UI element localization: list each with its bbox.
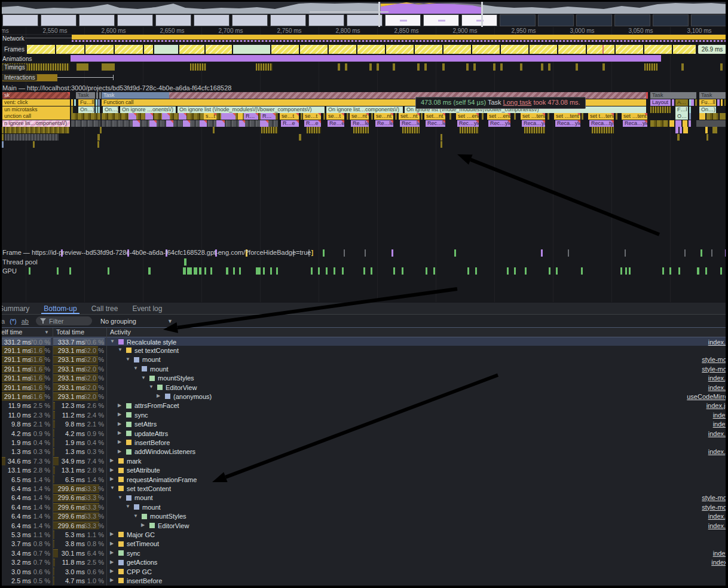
source-link[interactable]: index.js	[708, 374, 728, 382]
tab-event-log[interactable]: Event log	[125, 303, 169, 314]
flame-bar[interactable]	[71, 120, 100, 127]
table-row[interactable]: 6.4 ms1.4 %299.6 ms63.3 %▶EditorViewinde…	[0, 521, 728, 530]
table-row[interactable]: 291.1 ms61.6 %293.1 ms62.0 %▼set textCon…	[0, 346, 728, 355]
table-row[interactable]: 6.4 ms1.4 %299.6 ms63.3 %▼mountstyle-mod	[0, 502, 728, 511]
flame-bar[interactable]	[98, 99, 100, 106]
frame-segment[interactable]	[443, 45, 471, 54]
flame-bar[interactable]	[260, 120, 268, 127]
frame-segment[interactable]	[587, 45, 614, 54]
table-row[interactable]: 1.3 ms0.3 %1.3 ms0.3 %▶addWindowListener…	[0, 447, 728, 456]
collapse-arrow-icon[interactable]: ▼	[118, 495, 123, 500]
frame-segment[interactable]	[179, 45, 204, 54]
animations-track-label[interactable]: Animations	[2, 56, 32, 62]
flame-bar[interactable]	[74, 99, 76, 106]
flame-bar[interactable]: On…)	[103, 106, 118, 113]
expand-arrow-icon[interactable]: ▶	[141, 522, 145, 528]
flame-bar[interactable]	[677, 134, 680, 141]
collapse-arrow-icon[interactable]: ▼	[149, 384, 154, 389]
flame-bar[interactable]	[33, 141, 35, 148]
frame-segment[interactable]	[616, 45, 643, 54]
flame-bar[interactable]: n ignore lis…omponents\/)	[2, 120, 70, 127]
frame-segment[interactable]	[644, 45, 672, 54]
flame-bar[interactable]	[706, 113, 718, 120]
flame-bar[interactable]	[675, 120, 681, 127]
frame-segment[interactable]	[27, 45, 55, 54]
flame-bar[interactable]: Reca…yle	[522, 120, 545, 127]
expand-arrow-icon[interactable]: ▶	[110, 476, 114, 482]
flame-bar[interactable]	[307, 127, 321, 133]
flame-bar[interactable]	[706, 134, 708, 141]
filmstrip-thumbnail[interactable]	[270, 14, 306, 26]
flame-bar[interactable]	[133, 120, 140, 127]
filmstrip-thumbnail[interactable]	[614, 14, 650, 26]
filmstrip-thumbnail[interactable]	[41, 14, 77, 26]
flame-bar[interactable]	[395, 113, 397, 120]
frame-segment[interactable]	[357, 45, 385, 54]
frame-segment[interactable]	[56, 45, 84, 54]
timings-track-label[interactable]: Timings	[2, 64, 27, 71]
flame-bar[interactable]	[460, 127, 479, 133]
filmstrip-thumbnail[interactable]	[691, 14, 727, 26]
expand-arrow-icon[interactable]: ▶	[118, 403, 121, 408]
flame-bar[interactable]	[689, 113, 691, 120]
collapse-arrow-icon[interactable]: ▼	[110, 339, 115, 344]
flame-bar[interactable]	[683, 120, 687, 127]
flame-bar[interactable]: O…	[675, 113, 688, 120]
flame-bar[interactable]	[216, 120, 225, 127]
frame-segment[interactable]	[415, 45, 442, 54]
flame-bar[interactable]	[689, 120, 691, 127]
frame-segment[interactable]	[154, 45, 178, 54]
flame-bar[interactable]: R…	[244, 113, 258, 120]
collapse-arrow-icon[interactable]: ▼	[133, 365, 138, 371]
collapse-arrow-icon[interactable]: ▼	[126, 504, 130, 509]
flame-bar[interactable]	[221, 113, 235, 120]
flame-bar[interactable]	[97, 141, 99, 148]
table-row[interactable]: 11.0 ms2.3 %11.2 ms2.4 %▶syncindex.	[0, 410, 728, 419]
main-thread-title[interactable]: Main — http://localhost:3000/projects/bd…	[2, 84, 231, 92]
expand-arrow-icon[interactable]: ▶	[110, 458, 114, 463]
flame-bar[interactable]: R…e	[304, 120, 321, 127]
flame-bar[interactable]	[421, 113, 423, 120]
flame-bar[interactable]: set …ent	[456, 113, 479, 120]
flame-bar[interactable]: A…	[675, 99, 688, 106]
frame-segment[interactable]	[602, 45, 604, 54]
flame-bar[interactable]	[441, 134, 442, 141]
table-row[interactable]: 4.2 ms0.9 %4.2 ms0.9 %▶updateAttrsindex.…	[0, 429, 728, 438]
flame-bar[interactable]	[547, 113, 549, 120]
filmstrip-thumbnail[interactable]	[308, 14, 344, 26]
expand-arrow-icon[interactable]: ▶	[110, 568, 114, 574]
table-row[interactable]: 5.3 ms1.1 %5.3 ms1.1 %▶Major GC	[0, 530, 728, 539]
flame-bar[interactable]: Rec…le	[426, 120, 445, 127]
source-link[interactable]: style-mod	[702, 494, 728, 501]
flame-bar[interactable]	[616, 113, 617, 120]
flame-bar[interactable]: On…)	[78, 106, 94, 113]
flame-bar[interactable]: Task	[650, 92, 696, 99]
flame-bar[interactable]: Task	[699, 92, 728, 99]
table-row[interactable]: 6.4 ms1.4 %299.6 ms63.3 %▼set textConten…	[0, 484, 728, 493]
flame-bar[interactable]: Re…le	[351, 120, 369, 127]
flame-bar[interactable]	[482, 113, 484, 120]
expand-arrow-icon[interactable]: ▶	[118, 449, 121, 454]
table-row[interactable]: 291.1 ms61.6 %293.1 ms62.0 %▼mountstyle-…	[0, 355, 728, 364]
expand-arrow-icon[interactable]: ▶	[118, 412, 121, 417]
flame-bar[interactable]	[449, 113, 451, 120]
table-row[interactable]: 291.1 ms61.6 %293.1 ms62.0 %▶(anonymous)…	[0, 392, 728, 401]
collapse-arrow-icon[interactable]: ▼	[118, 347, 123, 352]
flame-bar[interactable]: Rec…le	[400, 120, 420, 127]
flame-bar[interactable]: se…t	[303, 113, 321, 120]
source-link[interactable]: index.js	[708, 339, 728, 346]
flame-bar[interactable]	[592, 127, 614, 133]
flame-bar[interactable]	[99, 92, 101, 99]
animations-track-bar[interactable]	[71, 55, 661, 62]
flame-bar[interactable]	[5, 134, 59, 141]
table-row[interactable]: 3.2 ms0.7 %11.8 ms2.5 %▶getActionsindex.…	[0, 558, 728, 567]
frame-segment[interactable]	[386, 45, 414, 54]
total-time-header[interactable]: Total time	[56, 328, 84, 336]
flame-bar[interactable]: s…t	[204, 113, 216, 120]
flame-bar[interactable]	[213, 127, 215, 133]
frame-segment[interactable]	[85, 45, 114, 54]
flame-bar[interactable]	[100, 127, 102, 133]
flame-bar[interactable]	[261, 127, 278, 133]
flame-bar[interactable]	[646, 92, 648, 99]
flame-bar[interactable]	[689, 106, 691, 113]
